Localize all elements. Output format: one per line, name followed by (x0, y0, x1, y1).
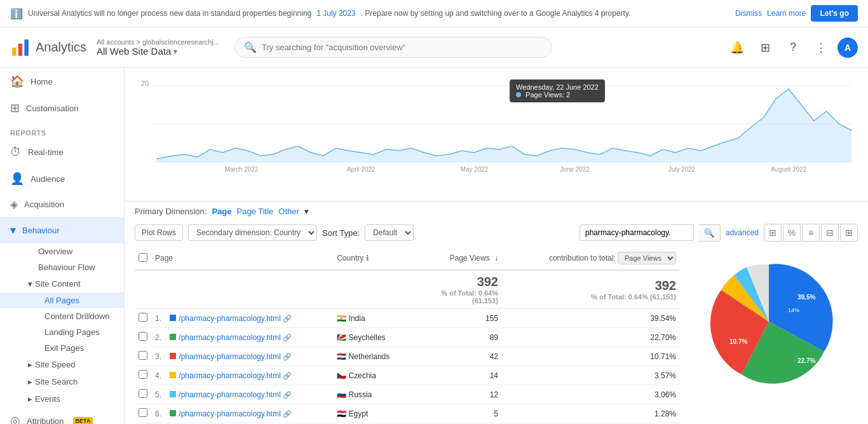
search-icon: 🔍 (244, 41, 257, 53)
property-name: All Web Site Data (97, 46, 171, 57)
row-views-1: 155 (426, 309, 502, 328)
sidebar-subitem-content-drilldown[interactable]: Content Drilldown (0, 308, 124, 324)
sidebar-realtime-label: Real-time (28, 147, 64, 157)
sidebar-item-audience[interactable]: 👤 Audience (0, 165, 124, 192)
dimension-page-title-button[interactable]: Page Title (237, 207, 274, 216)
sidebar-item-home[interactable]: 🏠 Home (0, 68, 124, 95)
table-section: Primary Dimension: Page Page Title Other… (125, 202, 868, 424)
main-layout: 🏠 Home ⊞ Customisation REPORTS ⏱ Real-ti… (0, 68, 868, 424)
select-all-checkbox[interactable] (139, 253, 147, 262)
row-checkbox-5[interactable] (139, 389, 147, 398)
lets-go-button[interactable]: Let's go (811, 5, 858, 22)
table-search-input[interactable] (580, 224, 694, 241)
row-page-6[interactable]: /pharmacy-pharmacology.html (179, 409, 281, 418)
row-page-4[interactable]: /pharmacy-pharmacology.html (179, 371, 281, 380)
dimension-page-button[interactable]: Page (212, 207, 231, 216)
dismiss-button[interactable]: Dismiss (735, 9, 762, 18)
sidebar-home-label: Home (31, 77, 53, 86)
row-link-icon-2[interactable]: 🔗 (283, 334, 292, 341)
account-info: All accounts > globalscienceresearchj...… (97, 38, 219, 57)
table-total-row: 392 % of Total: 0.64% (61,151) 392 % of … (135, 270, 680, 309)
sidebar-subheader-site-search[interactable]: ▸ Site Search (0, 373, 124, 390)
search-input[interactable] (262, 43, 543, 52)
col-page-views: Page Views ↓ (426, 247, 502, 270)
home-icon: 🏠 (10, 74, 24, 88)
help-button[interactable]: ? (782, 36, 804, 59)
row-checkbox-2[interactable] (139, 332, 147, 341)
avatar[interactable]: A (837, 38, 858, 58)
property-selector[interactable]: All Web Site Data ▾ (97, 46, 219, 57)
primary-dimension-bar: Primary Dimension: Page Page Title Other… (135, 202, 858, 221)
sidebar-subitem-all-pages[interactable]: All Pages (0, 292, 124, 308)
sidebar-item-realtime[interactable]: ⏱ Real-time (0, 139, 124, 165)
site-content-expand-icon: ▾ (28, 279, 32, 289)
main-content: Wednesday, 22 June 2022 Page Views: 2 20 (125, 68, 868, 424)
dimension-other-button[interactable]: Other (278, 207, 299, 216)
svg-marker-13 (157, 89, 851, 162)
row-page-1[interactable]: /pharmacy-pharmacology.html (179, 314, 281, 323)
sidebar-subitem-behaviour-flow[interactable]: Behaviour Flow (0, 259, 124, 275)
site-speed-icon: ▸ (28, 360, 32, 369)
col-country: Country ℹ (333, 247, 426, 270)
svg-rect-2 (24, 39, 28, 56)
svg-text:20: 20 (141, 79, 149, 87)
behaviour-expand-icon: ▾ (10, 223, 16, 237)
advanced-link[interactable]: advanced (726, 228, 759, 237)
svg-text:March 2022: March 2022 (225, 166, 259, 173)
more-options-button[interactable]: ⋮ (810, 36, 832, 59)
table-search-button[interactable]: 🔍 (699, 224, 721, 242)
search-bar[interactable]: 🔍 (234, 37, 552, 58)
sidebar-item-behaviour[interactable]: ▾ Behaviour (0, 217, 124, 243)
view-pivot-button[interactable]: ⊞ (840, 224, 858, 242)
svg-text:August 2022: August 2022 (771, 166, 806, 173)
sidebar-subheader-site-content[interactable]: ▾ Site Content (0, 275, 124, 292)
attribution-icon: ◎ (10, 414, 20, 424)
table-row: 2. /pharmacy-pharmacology.html 🔗 🇸🇨 Seyc… (135, 328, 680, 347)
secondary-dimension-select[interactable]: Secondary dimension: Country (188, 224, 317, 241)
plot-rows-button[interactable]: Plot Rows (135, 224, 183, 241)
table-row: 1. /pharmacy-pharmacology.html 🔗 🇮🇳 Indi… (135, 309, 680, 328)
view-table-button[interactable]: ≡ (802, 224, 820, 242)
sidebar-item-acquisition[interactable]: ◈ Acquisition (0, 192, 124, 217)
row-num-1: 1. (155, 314, 168, 323)
row-link-icon-1[interactable]: 🔗 (283, 315, 292, 322)
flag-1: 🇮🇳 (337, 314, 346, 323)
sidebar-subitem-overview[interactable]: Overview (0, 243, 124, 259)
row-checkbox-6[interactable] (139, 408, 147, 417)
logo: Analytics (10, 38, 86, 58)
sidebar-acquisition-label: Acquisition (24, 200, 64, 209)
row-page-3[interactable]: /pharmacy-pharmacology.html (179, 352, 281, 361)
notif-date-link[interactable]: 1 July 2023 (316, 9, 355, 18)
sort-type-select[interactable]: Default (365, 224, 414, 241)
sidebar-item-customisation[interactable]: ⊞ Customisation (0, 95, 124, 121)
site-content-label: Site Content (35, 279, 81, 289)
row-checkbox-4[interactable] (139, 370, 147, 379)
view-data-button[interactable]: ⊞ (764, 224, 782, 242)
view-compare-button[interactable]: ⊟ (821, 224, 839, 242)
notifications-button[interactable]: 🔔 (726, 36, 749, 59)
sidebar-subitem-exit-pages[interactable]: Exit Pages (0, 340, 124, 356)
contribution-select[interactable]: Page Views (618, 252, 676, 264)
total-pct-2: % of Total: 0.64% (61,151) (506, 293, 676, 301)
row-color-1 (170, 315, 176, 321)
table-row: 3. /pharmacy-pharmacology.html 🔗 🇳🇱 Neth… (135, 347, 680, 366)
row-link-icon-4[interactable]: 🔗 (283, 372, 292, 380)
row-link-icon-5[interactable]: 🔗 (283, 391, 292, 399)
sidebar-subheader-events[interactable]: ▸ Events (0, 390, 124, 407)
info-icon: ℹ️ (10, 8, 23, 20)
sidebar-item-attribution[interactable]: ◎ Attribution BETA (0, 407, 124, 424)
sidebar-subitem-landing-pages[interactable]: Landing Pages (0, 324, 124, 340)
site-search-label: Site Search (35, 377, 78, 386)
row-link-icon-3[interactable]: 🔗 (283, 353, 292, 360)
row-link-icon-6[interactable]: 🔗 (283, 410, 292, 418)
sidebar: 🏠 Home ⊞ Customisation REPORTS ⏱ Real-ti… (0, 68, 125, 424)
sidebar-subheader-site-speed[interactable]: ▸ Site Speed (0, 356, 124, 373)
learn-more-button[interactable]: Learn more (767, 9, 806, 18)
row-checkbox-3[interactable] (139, 351, 147, 360)
row-page-5[interactable]: /pharmacy-pharmacology.html (179, 390, 281, 399)
site-search-icon: ▸ (28, 377, 32, 386)
view-percent-button[interactable]: % (783, 224, 801, 242)
row-checkbox-1[interactable] (139, 313, 147, 322)
apps-button[interactable]: ⊞ (754, 36, 776, 59)
row-page-2[interactable]: /pharmacy-pharmacology.html (179, 333, 281, 342)
